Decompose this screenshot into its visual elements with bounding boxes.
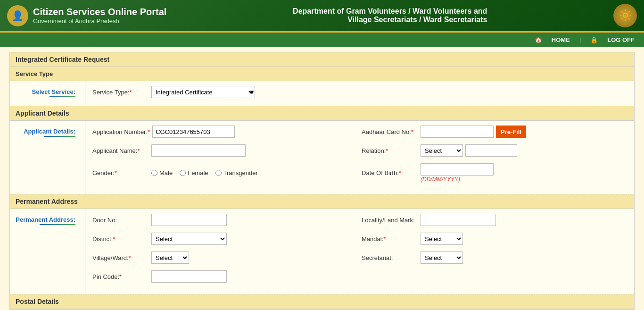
perm-row1: Door No: Locality/Land Mark:	[92, 214, 627, 229]
perm-row4: Pin Code:*	[92, 270, 627, 285]
relation-extra-input[interactable]	[465, 144, 517, 157]
door-no-perm-input[interactable]	[151, 214, 227, 226]
secretariat-select[interactable]: Select	[421, 251, 463, 264]
prefill-button[interactable]: Pre-Fill	[496, 126, 526, 138]
applicant-details-section: Applicant Details Applicant Details: App…	[10, 106, 634, 194]
applicant-name-field: Applicant Name:*	[92, 144, 358, 157]
locality-perm-input[interactable]	[421, 214, 496, 226]
service-type-field: Service Type:* Integrated Certificate ▼	[92, 86, 627, 98]
gender-female-label[interactable]: Female	[180, 169, 208, 176]
mandal-perm-label: Mandal:*	[362, 235, 418, 243]
dob-input[interactable]	[421, 163, 494, 176]
relation-field: Relation:* Select	[362, 144, 627, 157]
app-number-field: Application Number:*	[92, 126, 358, 138]
applicant-row2: Applicant Name:* Relation:* Select	[92, 144, 627, 159]
service-type-body: Select Service: Service Type:* Integrate…	[10, 81, 634, 106]
village-perm-field: Village/Ward:* Select	[92, 251, 358, 264]
applicant-name-input[interactable]	[151, 144, 246, 157]
applicant-details-body: Applicant Details: Application Number:*	[10, 121, 634, 194]
secretariat-label: Secretariat:	[362, 254, 418, 261]
gender-radio-group: Male Female Transgender	[151, 169, 258, 176]
perm-row3: Village/Ward:* Select Secretariat:	[92, 251, 627, 267]
village-perm-select[interactable]: Select	[151, 251, 189, 264]
secretariat-field: Secretariat: Select	[362, 251, 627, 264]
logo-icon: 👤	[7, 5, 28, 26]
district-perm-field: District:* Select	[92, 233, 358, 245]
select-service-label: Select Service:	[32, 88, 79, 97]
applicant-sidebar: Applicant Details:	[10, 121, 85, 194]
postal-details-section: Postal Details Postal Address is same as…	[10, 294, 634, 310]
district-perm-label: District:*	[92, 235, 149, 243]
applicant-row3: Gender:* Male Female	[92, 163, 627, 185]
permanent-address-section: Permanent Address Permanent Address: Doo…	[10, 194, 634, 294]
applicant-sidebar-label: Applicant Details:	[24, 128, 79, 137]
nav-bar: 🏠 HOME | 🔒 LOG OFF	[0, 33, 644, 47]
district-perm-select[interactable]: Select	[151, 233, 227, 245]
dob-field: Date Of Birth:* (DD/MM/YYYY)	[362, 163, 627, 183]
mandal-perm-field: Mandal:* Select	[362, 233, 627, 245]
pincode-perm-label: Pin Code:*	[92, 273, 149, 280]
dob-wrapper: (DD/MM/YYYY)	[421, 163, 494, 183]
header-left: 👤 Citizen Services Online Portal Governm…	[7, 5, 166, 26]
page-header: 👤 Citizen Services Online Portal Governm…	[0, 0, 644, 33]
service-type-header: Service Type	[10, 67, 634, 81]
pincode-perm-input[interactable]	[151, 270, 227, 283]
perm-address-sidebar: Permanent Address:	[10, 209, 85, 294]
relation-select[interactable]: Select	[421, 144, 463, 157]
perm-address-header: Permanent Address	[10, 194, 634, 209]
header-title-block: Citizen Services Online Portal Governmen…	[33, 7, 166, 25]
service-type-content: Service Type:* Integrated Certificate ▼	[85, 81, 634, 106]
gender-field: Gender:* Male Female	[92, 163, 358, 183]
main-content: Integrated Certificate Request Service T…	[0, 47, 644, 310]
main-section-header: Integrated Certificate Request	[10, 52, 634, 67]
relation-label: Relation:*	[362, 147, 418, 154]
nav-separator: |	[579, 36, 581, 43]
dept-title: Department of Gram Volunteers / Ward Vol…	[293, 7, 487, 24]
applicant-name-label: Applicant Name:*	[92, 147, 149, 154]
applicant-content: Application Number:* Aadhaar Card No:* P…	[85, 121, 634, 194]
village-perm-label: Village/Ward:*	[92, 254, 149, 261]
dob-label: Date Of Birth:*	[362, 169, 418, 176]
applicant-details-header: Applicant Details	[10, 106, 634, 121]
header-right: Department of Gram Volunteers / Ward Vol…	[293, 7, 487, 24]
gender-female-radio[interactable]	[180, 170, 186, 176]
aadhaar-label: Aadhaar Card No:*	[362, 128, 418, 135]
gender-transgender-radio[interactable]	[215, 170, 222, 176]
aadhaar-field: Aadhaar Card No:* Pre-Fill	[362, 126, 627, 138]
portal-subtitle: Government of Andhra Pradesh	[33, 17, 166, 25]
perm-address-content: Door No: Locality/Land Mark:	[85, 209, 634, 294]
aadhaar-input[interactable]	[421, 126, 494, 138]
emblem-icon: 🔆	[613, 4, 637, 27]
gender-label: Gender:*	[92, 169, 149, 176]
locality-perm-label: Locality/Land Mark:	[362, 217, 418, 224]
perm-row2: District:* Select Mandal:*	[92, 233, 627, 248]
perm-address-sidebar-label: Permanent Address:	[16, 216, 79, 225]
app-number-label: Application Number:*	[92, 128, 150, 135]
app-number-input[interactable]	[152, 126, 235, 138]
mandal-perm-select[interactable]: Select	[421, 233, 463, 245]
gender-male-label[interactable]: Male	[151, 169, 173, 176]
home-link[interactable]: HOME	[552, 36, 570, 43]
gender-transgender-label[interactable]: Transgender	[215, 169, 258, 176]
gender-male-radio[interactable]	[151, 170, 157, 176]
lock-icon: 🔒	[590, 36, 598, 43]
applicant-row1: Application Number:* Aadhaar Card No:* P…	[92, 126, 627, 141]
service-type-label-text: Service Type:*	[92, 89, 149, 96]
logoff-link[interactable]: LOG OFF	[607, 36, 635, 43]
service-type-section: Service Type Select Service: Service Typ…	[10, 67, 634, 106]
door-no-perm-field: Door No:	[92, 214, 358, 226]
locality-perm-field: Locality/Land Mark:	[362, 214, 627, 226]
perm-address-body: Permanent Address: Door No:	[10, 209, 634, 294]
integrated-cert-section: Integrated Certificate Request Service T…	[9, 52, 635, 310]
pincode-perm-field: Pin Code:*	[92, 270, 358, 283]
dob-hint: (DD/MM/YYYY)	[421, 176, 460, 183]
service-type-select[interactable]: Integrated Certificate	[151, 86, 255, 98]
door-no-perm-label: Door No:	[92, 217, 149, 224]
service-type-sidebar: Select Service:	[10, 81, 85, 106]
home-icon: 🏠	[535, 36, 542, 43]
postal-header: Postal Details	[10, 294, 634, 309]
portal-title: Citizen Services Online Portal	[33, 7, 166, 17]
